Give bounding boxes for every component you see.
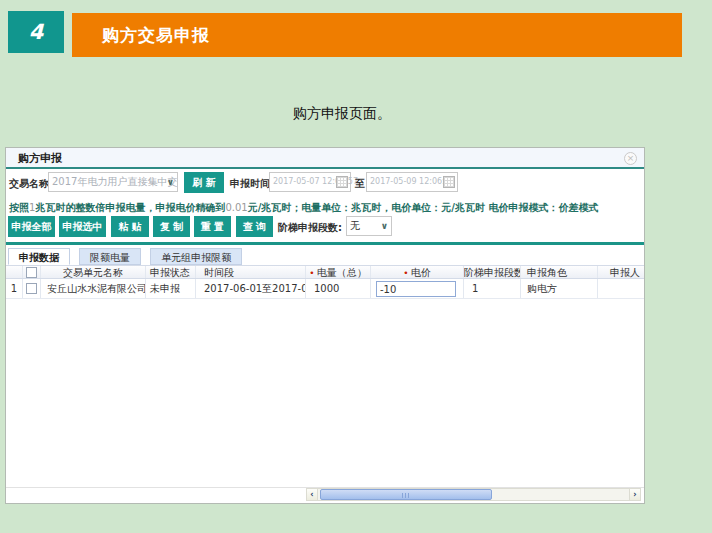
row-checkbox-cell — [23, 279, 41, 298]
scroll-right-icon[interactable]: › — [629, 489, 640, 500]
required-dot-icon: • — [309, 268, 314, 278]
scroll-left-icon[interactable]: ‹ — [307, 489, 318, 500]
to-label: 至 — [355, 177, 365, 191]
chevron-down-icon: ∨ — [167, 173, 174, 191]
row-price-cell — [371, 279, 464, 298]
required-dot-icon: • — [403, 268, 408, 278]
price-input[interactable] — [376, 281, 456, 297]
time-from-input[interactable]: 2017-05-07 12:06:57 — [269, 172, 351, 192]
header-steps: 阶梯申报段数 — [464, 266, 521, 278]
chevron-down-icon: ∨ — [381, 217, 388, 235]
calendar-icon[interactable] — [336, 176, 348, 188]
header-status: 申报状态 — [146, 266, 196, 278]
header-quantity-label: 电量（总） — [317, 267, 367, 278]
paste-button[interactable]: 粘 贴 — [111, 216, 149, 237]
trade-name-select-value: 2017年电力用户直接集中交易模拟 — [52, 176, 178, 187]
declare-all-button[interactable]: 申报全部 — [8, 216, 55, 237]
page-caption: 购方申报页面。 — [293, 105, 391, 123]
row-unit-name: 安丘山水水泥有限公司 — [41, 279, 146, 298]
row-period: 2017-06-01至2017-06-30 — [196, 279, 306, 298]
table-footer: ‹ › — [6, 487, 644, 501]
tab-bar: 申报数据 限额电量 单元组申报限额 — [8, 248, 246, 265]
hint-price-mode: 电价申报模式：价差模式 — [488, 202, 598, 213]
step-count-select-value: 无 — [350, 220, 360, 231]
header-price: •电价 — [371, 266, 464, 278]
row-quantity: 1000 — [306, 279, 371, 298]
row-role: 购电方 — [521, 279, 598, 298]
calendar-icon[interactable] — [443, 176, 455, 188]
row-person — [598, 279, 644, 298]
tab-declare-data[interactable]: 申报数据 — [8, 248, 70, 265]
refresh-button[interactable]: 刷 新 — [184, 172, 224, 193]
step-count-label: 阶梯申报段数: — [278, 221, 342, 235]
section-title-banner: 购方交易申报 — [72, 13, 682, 57]
table-header: 交易单元名称 申报状态 时间段 •电量（总） •电价 阶梯申报段数 申报角色 申… — [6, 265, 644, 279]
trade-name-select[interactable]: 2017年电力用户直接集中交易模拟 ∨ — [48, 172, 178, 192]
query-button[interactable]: 查 询 — [236, 216, 273, 237]
row-index: 1 — [6, 279, 23, 298]
teal-separator — [6, 242, 644, 245]
horizontal-scrollbar[interactable]: ‹ › — [306, 488, 641, 501]
window-title: 购方申报 — [6, 148, 644, 169]
tab-unit-group-quota[interactable]: 单元组申报限额 — [150, 248, 242, 265]
hint-text: 兆瓦时的整数倍申报电量，申报电价精确到 — [35, 202, 225, 213]
window-titlebar: 购方申报 × — [6, 148, 644, 169]
hint-text: 按照 — [9, 202, 29, 213]
hint-text: 元/兆瓦时；电量单位：兆瓦时，电价单位：元/兆瓦时 — [248, 202, 489, 213]
reset-button[interactable]: 重 置 — [194, 216, 231, 237]
header-index — [6, 266, 23, 278]
header-price-label: 电价 — [411, 267, 431, 278]
row-status: 未申报 — [146, 279, 196, 298]
scrollbar-thumb[interactable] — [320, 489, 492, 500]
row-steps: 1 — [464, 279, 521, 298]
declare-selected-button[interactable]: 申报选中 — [59, 216, 106, 237]
section-number-badge: 4 — [8, 11, 64, 53]
page-background: 4 购方交易申报 购方申报页面。 购方申报 × 交易名称： 2017年电力用户直… — [0, 0, 712, 533]
scrollbar-grip-icon — [402, 493, 410, 498]
header-role: 申报角色 — [521, 266, 598, 278]
copy-button[interactable]: 复 制 — [153, 216, 190, 237]
tab-quota-energy[interactable]: 限额电量 — [79, 248, 141, 265]
close-icon[interactable]: × — [624, 152, 637, 165]
row-checkbox[interactable] — [26, 283, 37, 294]
header-unit-name: 交易单元名称 — [41, 266, 146, 278]
hint-number: 0.01 — [225, 202, 247, 213]
buyer-declaration-window: 购方申报 × 交易名称： 2017年电力用户直接集中交易模拟 ∨ 刷 新 申报时… — [5, 147, 645, 504]
header-period: 时间段 — [196, 266, 306, 278]
table-row: 1 安丘山水水泥有限公司 未申报 2017-06-01至2017-06-30 1… — [6, 279, 644, 299]
header-person: 申报人 — [598, 266, 644, 278]
header-checkbox-cell — [23, 266, 41, 278]
header-quantity: •电量（总） — [306, 266, 371, 278]
declaration-rules-hint: 按照1兆瓦时的整数倍申报电量，申报电价精确到0.01元/兆瓦时；电量单位：兆瓦时… — [9, 201, 598, 215]
step-count-select[interactable]: 无 ∨ — [346, 216, 392, 236]
time-to-input[interactable]: 2017-05-09 12:06:57 — [366, 172, 458, 192]
select-all-checkbox[interactable] — [26, 267, 37, 278]
